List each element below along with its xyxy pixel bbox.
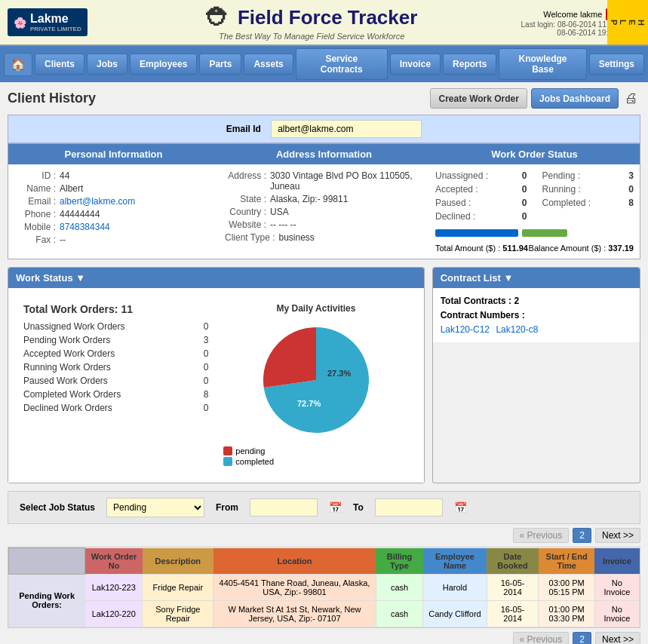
email-row: Email Id [8, 115, 640, 143]
wo-status-header: Work Order Status [429, 144, 640, 164]
table-cell: Sony Fridge Repair [143, 600, 213, 627]
wo-status-content: Unassigned :0 Pending :3 Accepted :0 Run… [429, 164, 640, 259]
email-link[interactable]: albert@lakme.com [60, 196, 135, 207]
header-buttons: Create Work Order Jobs Dashboard 🖨 [430, 88, 640, 109]
current-page-button-bottom[interactable]: 2 [573, 632, 591, 645]
home-button[interactable]: 🏠 [4, 53, 32, 76]
country-label: Country : [225, 207, 270, 217]
paused-value: 0 [522, 198, 527, 208]
website-value: -- --- -- [270, 219, 296, 230]
svg-rect-0 [435, 229, 518, 237]
table-cell: Lak120-220 [85, 600, 143, 627]
next-page-button-bottom[interactable]: Next >> [595, 632, 640, 645]
email-input[interactable] [271, 120, 422, 138]
nav-clients[interactable]: Clients [35, 54, 84, 75]
pagination-top: « Previous 2 Next >> [8, 528, 640, 543]
table-cell: 03:00 PM 05:15 PM [539, 574, 594, 600]
to-calendar-icon[interactable]: 📅 [454, 501, 467, 514]
contract-list-header[interactable]: Contract List ▼ [433, 268, 640, 288]
country-value: USA [270, 207, 289, 217]
orders-table-section: Work Order No Description Location Billi… [8, 547, 640, 628]
nav-parts[interactable]: Parts [199, 54, 241, 75]
total-amount-label: Total Amount ($) : 511.94 [435, 244, 528, 253]
nav-assets[interactable]: Assets [244, 54, 293, 75]
current-page-button[interactable]: 2 [573, 528, 591, 543]
prev-page-button-bottom[interactable]: « Previous [513, 632, 570, 645]
address-value: 3030 Vintage Blvd PO Box 110505, Juneau [270, 170, 423, 192]
nav-reports[interactable]: Reports [443, 54, 496, 75]
nav-service-contracts[interactable]: Service Contracts [296, 48, 388, 80]
logo-icon: 🌸 [14, 17, 26, 29]
prev-page-button[interactable]: « Previous [513, 528, 570, 543]
status-contracts-section: Work Status ▼ Total Work Orders: 11 Unas… [8, 267, 640, 483]
email-field-label: Email : [14, 196, 60, 207]
email-label: Email Id [226, 124, 261, 134]
job-filter: Select Job Status PendingAcceptedRunning… [8, 491, 640, 524]
client-type-value: business [278, 232, 314, 243]
accepted-value: 0 [522, 184, 527, 195]
pending-orders-label: Pending Work Orders: [9, 574, 85, 627]
phone-value: 44444444 [60, 209, 100, 219]
declined-label: Declined : [435, 211, 475, 222]
fax-label: Fax : [14, 235, 60, 245]
address-info-header: Address Information [219, 144, 429, 164]
completed-value: 8 [628, 198, 634, 208]
pie-legend: pending completed [223, 446, 408, 466]
nav-settings[interactable]: Settings [589, 54, 644, 75]
contract-list-section: Contract List ▼ Total Contracts : 2 Cont… [432, 267, 640, 483]
id-label: ID : [14, 170, 60, 181]
table-cell: No Invoice [594, 600, 639, 627]
accepted-label: Accepted : [435, 184, 478, 195]
pie-chart: 27.3% 72.7% [256, 320, 376, 443]
nav-jobs[interactable]: Jobs [87, 54, 127, 75]
app-title: ⛑ Field Force Tracker [103, 4, 521, 32]
phone-label: Phone : [14, 209, 60, 219]
nav-knowledge-base[interactable]: Knowledge Base [499, 48, 586, 80]
wo-counts: Total Work Orders: 11 Unassigned Work Or… [16, 296, 216, 475]
navbar: 🏠 Clients Jobs Employees Parts Assets Se… [0, 46, 648, 82]
from-calendar-icon[interactable]: 📅 [329, 501, 342, 514]
status-select[interactable]: PendingAcceptedRunningPausedCompletedDec… [106, 498, 204, 517]
pie-title: My Daily Activities [223, 303, 408, 314]
create-work-order-button[interactable]: Create Work Order [430, 88, 527, 109]
nav-invoice[interactable]: Invoice [390, 54, 441, 75]
svg-rect-1 [522, 229, 567, 237]
svg-text:72.7%: 72.7% [297, 399, 321, 408]
helmet-icon: ⛑ [206, 4, 230, 32]
page-header: Client History Create Work Order Jobs Da… [8, 88, 640, 109]
orders-tbody: Pending Work Orders:Lak120-223Fridge Rep… [9, 574, 640, 627]
contract-body: Total Contracts : 2 Contract Numbers : L… [433, 288, 640, 342]
nav-employees[interactable]: Employees [130, 54, 197, 75]
jobs-dashboard-button[interactable]: Jobs Dashboard [531, 88, 619, 109]
col-location: Location [213, 548, 376, 575]
work-status-section: Work Status ▼ Total Work Orders: 11 Unas… [8, 267, 425, 483]
mobile-link[interactable]: 8748384344 [60, 222, 110, 232]
completed-legend: completed [223, 457, 408, 466]
amount-progress-bar [435, 229, 571, 238]
contract-link[interactable]: Lak120-c8 [496, 324, 538, 335]
from-date-input[interactable] [250, 498, 318, 517]
table-cell: Harold [423, 574, 487, 600]
name-label: Name : [14, 183, 60, 194]
address-label: Address : [225, 170, 270, 192]
wo-count-item: Completed Work Orders8 [23, 389, 208, 400]
wo-count-item: Pending Work Orders3 [23, 335, 208, 345]
col-time: Start / End Time [539, 548, 594, 575]
contract-link[interactable]: Lak120-C12 [441, 324, 490, 335]
help-tab[interactable]: HELP [607, 0, 648, 44]
state-value: Alaska, Zip:- 99811 [270, 194, 348, 204]
pending-label: Pending : [542, 170, 581, 181]
row-label-header [9, 548, 85, 575]
col-invoice: Invoice [594, 548, 639, 575]
to-date-input[interactable] [375, 498, 443, 517]
table-cell: 16-05-2014 [487, 600, 539, 627]
state-label: State : [225, 194, 270, 204]
balance-amount-label: Balance Amount ($) : 337.19 [529, 244, 634, 253]
work-status-header[interactable]: Work Status ▼ [8, 268, 424, 288]
table-cell: cash [376, 600, 423, 627]
main-content: Client History Create Work Order Jobs Da… [0, 82, 648, 644]
wo-count-item: Declined Work Orders0 [23, 403, 208, 413]
print-icon[interactable]: 🖨 [622, 88, 640, 109]
next-page-button[interactable]: Next >> [595, 528, 640, 543]
running-label: Running : [542, 184, 581, 195]
